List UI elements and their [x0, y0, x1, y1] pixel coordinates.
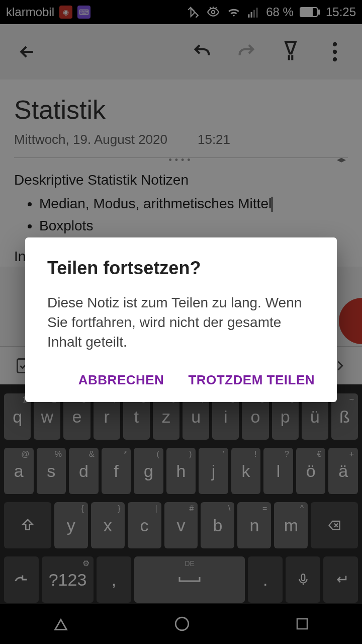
dialog-title: Teilen fortsetzen?	[47, 258, 315, 279]
dialog-body: Diese Notiz ist zum Teilen zu lang. Wenn…	[47, 293, 315, 352]
cancel-button[interactable]: ABBRECHEN	[78, 372, 164, 388]
share-confirm-dialog: Teilen fortsetzen? Diese Notiz ist zum T…	[25, 237, 337, 402]
share-anyway-button[interactable]: TROTZDEM TEILEN	[188, 372, 315, 388]
